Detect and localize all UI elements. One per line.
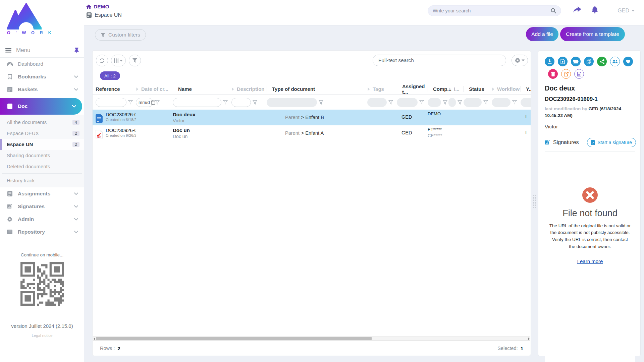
column-header-status[interactable]: Status [464,86,492,92]
pdf-file-icon: PDF [96,127,103,141]
filter-input[interactable] [96,98,126,107]
cell-type-of-document: Parent> Enfant A [267,125,367,141]
sidebar-item-assignments[interactable]: Assignments [0,187,84,200]
cell-empty [464,125,492,141]
start-signature-button[interactable]: Start a signature [587,138,636,147]
funnel-outline-icon[interactable] [443,100,447,105]
funnel-outline-icon[interactable] [512,100,517,105]
sidebar-subitem-sharing-documents[interactable]: Sharing documents [0,150,84,161]
cell-name: Doc unDoc un [173,125,231,141]
hamburger-icon [5,48,11,53]
copy-button[interactable] [584,57,594,66]
funnel-outline-icon[interactable] [223,100,228,105]
global-search-input[interactable] [433,8,551,13]
sidebar-subitem-espace-un[interactable]: Espace UN2 [0,139,84,150]
sidebar-subitem-all-documents[interactable]: All the documents4 [0,117,84,128]
funnel-outline-icon[interactable] [319,100,323,105]
table-row[interactable]: PDFDOC230926-01608-0Created on 9/26/2023… [93,125,531,141]
heart-icon [626,59,631,64]
document-info-button[interactable] [574,69,584,79]
panel-resize-handle[interactable] [533,195,537,208]
funnel-outline-icon[interactable] [388,100,393,105]
filter-button[interactable] [129,55,141,66]
sidebar-item-baskets[interactable]: Baskets [0,83,84,96]
download-icon [547,59,552,64]
add-file-button[interactable]: Add a file [526,27,558,41]
column-header-reference[interactable]: Reference [96,86,136,92]
sidebar-item-label: Bookmarks [18,74,46,80]
document-actions-row1 [545,57,636,66]
sidebar-subitem-espace-deux[interactable]: Espace DEUX2 [0,128,84,139]
sidebar-item-doc[interactable]: Doc [0,98,82,115]
fulltext-search-input[interactable] [378,57,500,63]
column-header-label: Date of cr... [141,86,168,92]
legal-notice-link[interactable]: Legal notice [0,334,84,338]
learn-more-link[interactable]: Learn more [577,258,603,264]
refresh-button[interactable] [96,55,108,66]
home-icon [86,4,91,9]
column-header-assignedt[interactable]: Assigned t... [397,83,428,95]
preview-error-title: File not found [545,208,635,219]
sidebar-subitem-deleted-documents[interactable]: Deleted documents [0,161,84,172]
upload-version-button[interactable] [558,57,568,66]
filter-input[interactable] [173,98,221,107]
filter-cell [464,98,492,107]
cell-overflow: I [521,125,531,141]
create-from-template-button[interactable]: Create from a template [560,27,625,41]
column-header-name[interactable]: Name [173,86,231,92]
funnel-outline-icon[interactable] [483,100,488,105]
share-button[interactable] [597,57,607,66]
funnel-outline-icon[interactable] [419,100,424,105]
funnel-outline-icon[interactable] [155,100,160,105]
menu-toggle[interactable]: Menu [0,43,84,57]
delete-button[interactable] [548,69,558,79]
columns-button[interactable] [111,55,126,66]
column-header-comp[interactable]: Comp... [428,86,448,92]
search-icon[interactable] [551,8,556,13]
user-menu[interactable]: GED [618,8,635,14]
custom-filters-button[interactable]: Custom filters [95,29,146,41]
column-header-dateofcr[interactable]: Date of cr... [136,86,173,92]
scrollbar-thumb[interactable] [96,337,372,340]
type-child: > Enfant B [301,115,324,120]
column-header-typeofdocument[interactable]: Type of document [267,86,367,92]
users-button[interactable] [610,57,620,66]
sidebar-item-bookmarks[interactable]: Bookmarks [0,70,84,83]
column-header-tags[interactable]: Tags [367,86,397,92]
sidebar-subitem-history-track[interactable]: History track [0,175,84,186]
scroll-right-arrow-icon[interactable] [528,337,530,341]
document-subname: Doc un [173,134,231,139]
global-search [428,5,561,16]
tab-all[interactable]: All : 2 [100,71,120,80]
sidebar-item-admin[interactable]: Admin [0,213,84,226]
filter-input[interactable] [231,98,251,107]
horizontal-scrollbar[interactable] [93,336,530,341]
table-header-row: ReferenceDate of cr...NameDescriptionTyp… [93,83,531,95]
funnel-outline-icon[interactable] [253,100,257,105]
filter-cell [521,98,531,107]
sidebar-item-dashboard[interactable]: Dashboard [0,58,84,70]
funnel-outline-icon[interactable] [458,100,462,105]
document-title: Doc deux [545,84,636,92]
column-arrow-icon [231,87,234,91]
forward-icon[interactable] [573,6,581,13]
pin-icon[interactable] [74,48,79,53]
open-external-button[interactable] [561,69,571,79]
gear-icon [515,58,520,63]
download-button[interactable] [545,57,554,66]
column-header-workflow[interactable]: Workflow [492,86,521,92]
scroll-left-arrow-icon[interactable] [94,337,95,341]
sidebar-item-signatures[interactable]: Signatures [0,200,84,213]
sidebar-item-repository[interactable]: Repository [0,226,84,238]
column-header-y[interactable]: Y... [521,86,531,92]
column-header-description[interactable]: Description [231,86,267,92]
bell-icon[interactable] [592,6,598,13]
favorite-button[interactable] [623,57,633,66]
open-folder-button[interactable] [571,57,581,66]
date-filter-input[interactable]: mm/d [136,98,153,107]
table-settings-button[interactable] [512,55,528,66]
funnel-outline-icon[interactable] [128,100,133,105]
gear-icon [6,217,13,222]
table-row[interactable]: wDOC230926-01609-1Created on 6/18/2024 1… [93,110,531,125]
column-header-i[interactable]: I... [448,86,464,92]
